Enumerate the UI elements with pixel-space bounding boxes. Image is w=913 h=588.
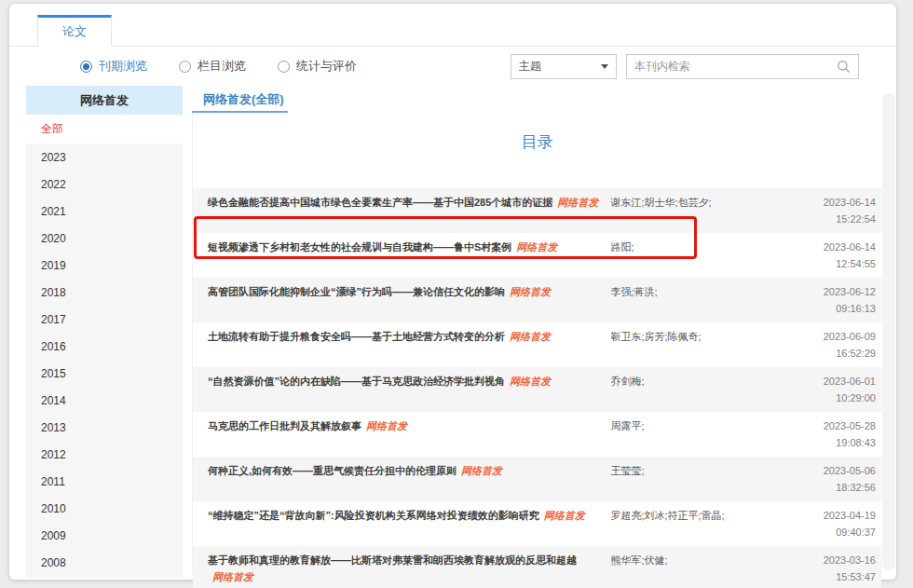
radio-statistics-evaluation-label: 统计与评价 [296, 58, 357, 75]
year-sidebar: 网络首发 全部 2023 2022 2021 2020 2019 2018 20… [26, 86, 183, 578]
sidebar-year-2022[interactable]: 2022 [26, 171, 183, 198]
radio-unselected-icon [179, 61, 191, 73]
article-list: 绿色金融能否提高中国城市绿色全要素生产率——基于中国285个城市的证据网络首发 … [193, 188, 881, 588]
sidebar-year-2008[interactable]: 2008 [26, 549, 183, 576]
article-row[interactable]: 高管团队国际化能抑制企业“漂绿”行为吗——兼论信任文化的影响网络首发 李强;蒋洪… [193, 278, 881, 322]
article-row[interactable]: 马克思的工作日批判及其解放叙事网络首发 周露平; 2023-05-2819:08… [193, 412, 881, 457]
toc-content: 目录 绿色金融能否提高中国城市绿色全要素生产率——基于中国285个城市的证据网络… [192, 113, 881, 574]
article-datetime: 2023-06-1209:16:13 [797, 283, 876, 317]
sidebar-item-all[interactable]: 全部 [26, 115, 183, 144]
sidebar-year-2018[interactable]: 2018 [26, 279, 183, 306]
article-date: 2023-03-16 [797, 552, 876, 568]
chevron-down-icon [601, 64, 608, 69]
top-tabbar: 论文 [9, 13, 896, 47]
article-title[interactable]: 马克思的工作日批判及其解放叙事 [208, 420, 361, 431]
article-time: 15:53:47 [797, 568, 876, 585]
article-datetime: 2023-06-0916:52:29 [797, 328, 876, 362]
sidebar-year-2020[interactable]: 2020 [26, 225, 183, 252]
article-row[interactable]: 绿色金融能否提高中国城市绿色全要素生产率——基于中国285个城市的证据网络首发 … [193, 188, 881, 233]
article-time: 12:54:55 [797, 255, 876, 272]
article-datetime: 2023-04-1909:40:37 [797, 507, 876, 540]
sidebar-year-2021[interactable]: 2021 [26, 198, 183, 225]
main-tabbar: 网络首发(全部) [192, 86, 881, 113]
sidebar-year-2023[interactable]: 2023 [26, 144, 183, 171]
online-first-tag: 网络首发 [366, 420, 407, 431]
article-datetime: 2023-06-1412:54:55 [797, 239, 876, 272]
article-row[interactable]: “自然资源价值”论的内在缺陷——基于马克思政治经济学批判视角网络首发 乔剑梅; … [193, 367, 881, 412]
article-datetime: 2023-05-0618:32:56 [797, 462, 876, 496]
journal-window: 论文 刊期浏览 栏目浏览 统计与评价 主题 [9, 4, 896, 580]
tab-papers[interactable]: 论文 [37, 15, 112, 47]
sidebar-year-2014[interactable]: 2014 [26, 387, 183, 414]
article-title[interactable]: 高管团队国际化能抑制企业“漂绿”行为吗——兼论信任文化的影响 [208, 286, 505, 297]
article-title[interactable]: 土地流转有助于提升粮食安全吗——基于土地经营方式转变的分析 [208, 331, 505, 342]
online-first-tag: 网络首发 [516, 241, 557, 253]
sidebar-year-2011[interactable]: 2011 [26, 468, 183, 495]
article-title[interactable]: 基于教师和真理的教育解放——比斯塔对弗莱雷和朗西埃教育解放观的反思和超越 [208, 554, 577, 566]
article-row[interactable]: 短视频渗透下乡村初老女性的社会规训与自我建构——鲁中S村案例网络首发 路阳; 2… [193, 233, 881, 278]
sidebar-year-2010[interactable]: 2010 [26, 495, 183, 522]
radio-browse-by-issue[interactable]: 刊期浏览 [80, 58, 147, 75]
online-first-tag: 网络首发 [510, 331, 551, 342]
radio-statistics-evaluation[interactable]: 统计与评价 [278, 58, 357, 75]
article-time: 18:32:56 [797, 479, 876, 496]
search-field-select[interactable]: 主题 [511, 54, 617, 79]
article-date: 2023-06-09 [797, 328, 876, 345]
online-first-tag: 网络首发 [557, 197, 598, 208]
article-authors: 路阳; [610, 239, 797, 255]
article-time: 16:52:29 [797, 345, 876, 362]
search-box [626, 54, 859, 79]
online-first-tag: 网络首发 [510, 376, 551, 387]
article-row[interactable]: 土地流转有助于提升粮食安全吗——基于土地经营方式转变的分析网络首发 靳卫东;房芳… [193, 322, 881, 367]
article-datetime: 2023-05-2819:08:43 [797, 417, 876, 451]
browse-mode-radio-group: 刊期浏览 栏目浏览 统计与评价 [80, 58, 357, 75]
article-time: 09:40:37 [797, 524, 876, 540]
search-input[interactable] [634, 60, 837, 73]
article-datetime: 2023-06-1415:22:54 [797, 194, 876, 227]
article-row[interactable]: 基于教师和真理的教育解放——比斯塔对弗莱雷和朗西埃教育解放观的反思和超越网络首发… [193, 546, 881, 588]
article-date: 2023-06-12 [797, 283, 876, 300]
article-date: 2023-05-28 [797, 417, 876, 434]
article-date: 2023-06-14 [797, 194, 876, 211]
tab-online-first-all[interactable]: 网络首发(全部) [192, 86, 293, 113]
article-datetime: 2023-06-0110:29:00 [797, 373, 876, 406]
article-authors: 周露平; [610, 417, 797, 434]
article-authors: 乔剑梅; [610, 373, 797, 390]
radio-browse-by-issue-label: 刊期浏览 [99, 58, 147, 75]
article-title[interactable]: “维持稳定”还是“背故向新”:风险投资机构关系网络对投资绩效的影响研究 [208, 510, 539, 521]
sidebar-year-2016[interactable]: 2016 [26, 333, 183, 360]
radio-browse-by-column-label: 栏目浏览 [198, 58, 246, 75]
toc-title: 目录 [193, 113, 881, 153]
sidebar-year-2012[interactable]: 2012 [26, 441, 183, 468]
radio-selected-icon [80, 61, 92, 73]
sidebar-year-2013[interactable]: 2013 [26, 414, 183, 441]
article-title[interactable]: 短视频渗透下乡村初老女性的社会规训与自我建构——鲁中S村案例 [208, 241, 511, 253]
article-authors: 罗超亮;刘冰;符正平;雷晶; [610, 507, 797, 524]
browse-controls: 刊期浏览 栏目浏览 统计与评价 主题 [9, 48, 896, 85]
online-first-tag: 网络首发 [212, 571, 253, 582]
vertical-scrollbar[interactable] [882, 93, 895, 570]
article-title[interactable]: 绿色金融能否提高中国城市绿色全要素生产率——基于中国285个城市的证据 [208, 197, 552, 208]
article-title[interactable]: 何种正义,如何有效——重思气候责任分担中的伦理原则 [208, 465, 456, 476]
search-icon[interactable] [837, 60, 851, 74]
article-row[interactable]: “维持稳定”还是“背故向新”:风险投资机构关系网络对投资绩效的影响研究网络首发 … [193, 501, 881, 546]
article-authors: 王莹莹; [610, 462, 797, 479]
article-title[interactable]: “自然资源价值”论的内在缺陷——基于马克思政治经济学批判视角 [208, 376, 505, 387]
article-time: 19:08:43 [797, 434, 876, 451]
article-authors: 李强;蒋洪; [610, 283, 797, 300]
search-field-value: 主题 [519, 59, 541, 75]
sidebar-year-2009[interactable]: 2009 [26, 522, 183, 549]
article-authors: 熊华军;伏健; [610, 552, 797, 568]
article-time: 09:16:13 [797, 300, 876, 317]
sidebar-year-2019[interactable]: 2019 [26, 252, 183, 279]
radio-browse-by-column[interactable]: 栏目浏览 [179, 58, 246, 75]
article-date: 2023-05-06 [797, 462, 876, 479]
online-first-tag: 网络首发 [510, 286, 551, 297]
article-date: 2023-04-19 [797, 507, 876, 524]
sidebar-year-2015[interactable]: 2015 [26, 360, 183, 387]
article-row[interactable]: 何种正义,如何有效——重思气候责任分担中的伦理原则网络首发 王莹莹; 2023-… [193, 457, 881, 501]
sidebar-year-2017[interactable]: 2017 [26, 306, 183, 333]
article-datetime: 2023-03-1615:53:47 [797, 552, 876, 585]
sidebar-header: 网络首发 [26, 86, 183, 115]
article-authors: 靳卫东;房芳;陈佩奇; [610, 328, 797, 345]
